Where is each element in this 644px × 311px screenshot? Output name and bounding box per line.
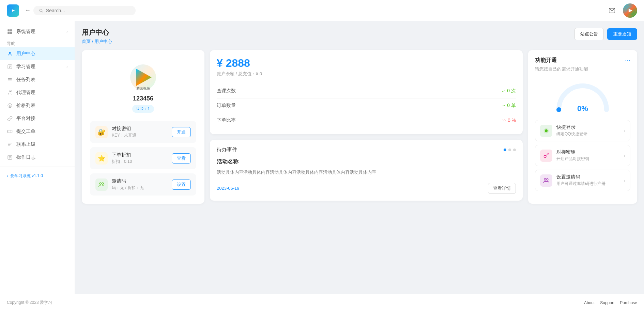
brand-logo <box>623 3 637 18</box>
invite-code-btn[interactable]: 设置 <box>172 180 191 190</box>
profile-items: 🔐 对接密钥 KEY：未开通 开通 ⭐ 下单折扣 折扣：0.10 <box>90 121 196 196</box>
chevron-right-icon: › <box>624 153 625 158</box>
function-item-connect-key[interactable]: 对接密钥 开启产品对接密钥 › <box>535 145 630 166</box>
back-button[interactable]: ← <box>25 7 31 14</box>
event-date: 2023-06-19 <box>217 186 240 191</box>
profile-item-invite-code: 邀请码 码：无 / 折扣：无 设置 <box>90 173 196 196</box>
search-input[interactable] <box>46 8 130 13</box>
profile-item-title: 对接密钥 <box>112 126 168 132</box>
sidebar-item-label: 操作日志 <box>16 154 35 160</box>
invite-code-func-icon <box>540 174 552 187</box>
sidebar-item-submit-ticket[interactable]: 提交工单 <box>0 125 75 138</box>
stat-label: 订单数量 <box>217 103 236 109</box>
svg-point-19 <box>9 91 11 92</box>
chevron-right-icon: › <box>66 29 68 34</box>
gauge: 0% <box>535 79 630 113</box>
announcement-button[interactable]: 站点公告 <box>574 28 604 40</box>
function-item-quick-login[interactable]: 快捷登录 绑定QQ快捷登录 › <box>535 120 630 141</box>
mail-icon[interactable] <box>607 5 617 16</box>
svg-point-34 <box>102 183 104 184</box>
event-title: 活动名称 <box>217 158 516 166</box>
dot-3 <box>513 149 516 151</box>
page-title: 用户中心 <box>82 28 112 37</box>
sidebar-divider <box>0 167 75 167</box>
sidebar-item-label: 联系上级 <box>16 141 35 147</box>
connect-icon <box>7 115 13 122</box>
svg-point-33 <box>99 183 101 184</box>
trend-down-icon <box>502 118 506 122</box>
footer-link-purchase[interactable]: Purchase <box>620 300 637 305</box>
function-item-title: 快捷登录 <box>556 124 624 130</box>
sidebar-item-task-list[interactable]: 任务列表 <box>0 73 75 86</box>
user-icon <box>7 51 13 57</box>
sidebar-item-operation-log[interactable]: 操作日志 <box>0 151 75 164</box>
event-footer: 2023-06-19 查看详情 <box>217 183 516 194</box>
nav-section-title: 导航 <box>7 41 15 46</box>
cards-grid: 腾讯视频 123456 UID：1 🔐 对接密钥 KEY：未开通 开通 <box>82 50 637 204</box>
contact-icon <box>7 141 13 147</box>
sidebar-item-system-mgmt[interactable]: 系统管理 › <box>0 25 75 38</box>
sidebar-item-price-list[interactable]: S 价格列表 <box>0 99 75 112</box>
chevron-right-icon: › <box>624 128 625 134</box>
book-icon <box>7 64 13 70</box>
svg-point-39 <box>547 178 548 180</box>
sidebar-item-contact-superior[interactable]: 联系上级 <box>0 138 75 151</box>
svg-rect-7 <box>7 29 10 31</box>
trend-up-icon <box>502 104 506 108</box>
svg-text:S: S <box>9 104 11 107</box>
function-item-subtitle: 开启产品对接密钥 <box>556 156 624 162</box>
events-dots <box>504 149 516 151</box>
ticket-icon <box>7 128 13 135</box>
expand-icon: › <box>7 174 8 178</box>
function-item-subtitle: 绑定QQ快捷登录 <box>556 131 624 137</box>
search-bar[interactable] <box>33 6 136 15</box>
function-item-info: 快捷登录 绑定QQ快捷登录 <box>556 124 624 137</box>
svg-rect-8 <box>10 29 12 31</box>
sidebar-item-label: 代理管理 <box>16 90 35 96</box>
balance-symbol: ¥ <box>217 57 223 69</box>
function-subtitle: 请您按自己的需求开通功能 <box>535 66 630 72</box>
svg-rect-23 <box>7 130 12 133</box>
balance-amount: 2888 <box>226 57 250 69</box>
stat-label: 下单比率 <box>217 117 236 123</box>
sidebar-item-label: 提交工单 <box>16 128 35 135</box>
stat-value: 0 次 <box>502 88 516 94</box>
sidebar-item-label: 系统管理 <box>16 29 35 35</box>
events-title: 待办事件 <box>217 146 237 153</box>
footer-links: About Support Purchase <box>584 300 637 305</box>
discount-btn[interactable]: 查看 <box>172 153 191 164</box>
function-item-invite-code[interactable]: 设置邀请码 用户可通过邀请码进行注册 › <box>535 170 630 191</box>
page-title-section: 用户中心 首页 / 用户中心 <box>82 28 112 45</box>
footer-link-support[interactable]: Support <box>600 300 614 305</box>
important-notice-button[interactable]: 重要通知 <box>607 28 637 40</box>
invite-icon <box>95 178 108 191</box>
quick-login-icon <box>540 125 552 137</box>
breadcrumb-separator: / <box>92 39 94 44</box>
events-header: 待办事件 <box>217 146 516 153</box>
profile-item-title: 下单折扣 <box>112 152 168 158</box>
page-header: 用户中心 首页 / 用户中心 站点公告 重要通知 <box>82 28 637 45</box>
profile-item-title: 邀请码 <box>112 178 168 184</box>
dot-2 <box>508 149 511 151</box>
sidebar-item-platform-connect[interactable]: 平台对接 <box>0 112 75 125</box>
sidebar-item-learning-mgmt[interactable]: 学习管理 › <box>0 60 75 73</box>
function-item-info: 设置邀请码 用户可通过邀请码进行注册 <box>556 174 624 187</box>
connect-key-btn[interactable]: 开通 <box>172 127 191 137</box>
event-detail-button[interactable]: 查看详情 <box>488 183 516 194</box>
profile-item-info: 对接密钥 KEY：未开通 <box>112 126 168 138</box>
sidebar-version[interactable]: › 爱学习系统 v1.1.0 <box>0 170 75 182</box>
sidebar-item-agent-mgmt[interactable]: 代理管理 <box>0 86 75 99</box>
connect-key-icon: 🔐 <box>95 126 108 138</box>
svg-point-36 <box>545 129 548 132</box>
sidebar-item-user-center[interactable]: 用户中心 <box>0 47 75 60</box>
log-icon <box>7 154 13 160</box>
footer-link-about[interactable]: About <box>584 300 595 305</box>
middle-column: ¥ 2888 账户余额 / 总充值：¥ 0 查课次数 0 次 <box>210 50 523 204</box>
price-icon: S <box>7 103 13 109</box>
sidebar-item-label: 用户中心 <box>16 51 35 57</box>
page-actions: 站点公告 重要通知 <box>574 28 637 40</box>
breadcrumb-home: 首页 <box>82 39 91 44</box>
profile-user-id: 123456 <box>133 95 153 102</box>
svg-rect-9 <box>7 32 10 34</box>
gauge-container: 0% <box>552 79 613 113</box>
